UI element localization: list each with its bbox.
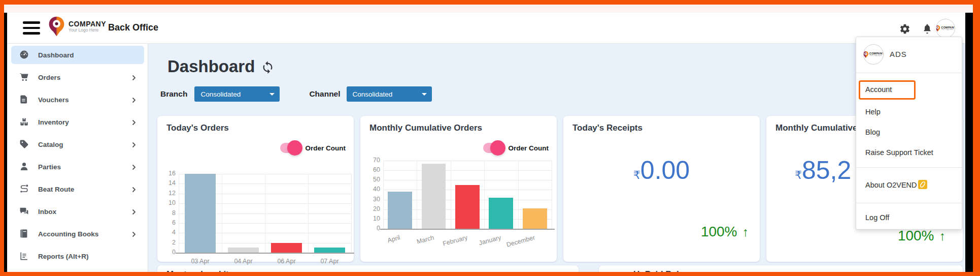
about-badge-icon [918,180,927,191]
monthly-orders-bar-chart: 010203040506070AprilMarchFebruaryJanuary… [360,116,557,262]
app-title: Back Office [108,22,158,33]
sidebar-item-catalog[interactable]: Catalog [11,135,144,154]
card-title: Monthly Cumulative [775,123,858,133]
card-title: Today's Receipts [572,123,643,133]
menu-item-about-o2vend[interactable]: About O2VEND [865,180,927,191]
top-strip [4,5,973,13]
sidebar-item-inventory[interactable]: Inventory [11,113,144,131]
caret-down-icon [269,93,275,96]
y-axis-tick-label: 2 [161,239,176,246]
x-axis-tick-label: 07 Apr [308,258,351,265]
x-axis-line [176,253,354,254]
gridline [383,161,384,229]
gridline [383,161,552,161]
menu-item-log-off[interactable]: Log Off [865,213,889,222]
gridline [222,174,222,253]
chart-bar [314,248,345,253]
app-window: COMPANY Your Logo Here Back Office COMPA… [4,5,973,272]
chevron-right-icon [131,96,137,105]
sidebar-item-reports[interactable]: Reports (Alt+R) [11,247,144,265]
screenshot-frame: COMPANY Your Logo Here Back Office COMPA… [0,0,980,276]
right-edge-bar [965,13,973,272]
brand-tagline: Your Logo Here [69,28,106,33]
sidebar-item-dashboard[interactable]: Dashboard [11,46,144,64]
menu-divider [856,167,962,168]
sidebar-item-label: Vouchers [38,96,69,104]
brand-name: COMPANY [69,20,106,28]
y-axis-tick-label: 6 [161,219,176,226]
rupee-symbol: ₹ [633,169,640,181]
chevron-right-icon [131,230,137,239]
gridline [308,174,309,253]
channel-label: Channel [309,89,340,99]
trend-up-arrow-icon: ↑ [742,225,749,239]
y-axis-tick-label: 16 [161,170,176,177]
menu-divider [856,73,962,73]
gridline [383,180,552,180]
cart-icon [19,72,29,82]
y-axis-tick-label: 70 [366,157,380,164]
sidebar-item-vouchers[interactable]: Vouchers [11,90,144,109]
hamburger-menu-icon[interactable] [23,21,40,35]
card-title: UnPaid Balance [633,269,699,272]
branch-select[interactable]: Consolidated [194,86,280,102]
sidebar-item-parties[interactable]: Parties [11,158,144,176]
x-axis-tick-label: 03 Apr [179,258,222,265]
chevron-right-icon [131,163,137,172]
inventory-boxes-icon [19,117,29,127]
rupee-symbol: ₹ [795,169,802,181]
branch-label: Branch [160,89,187,99]
user-avatar[interactable]: COMPANYYour Logo Here [936,19,955,38]
settings-gear-icon[interactable] [899,23,910,37]
trend-up-arrow-icon: ↑ [939,229,946,243]
refresh-icon[interactable] [261,60,275,76]
header: COMPANY Your Logo Here Back Office COMPA… [7,13,965,44]
card-unpaid-balance: UnPaid Balance [599,265,963,272]
sidebar-item-label: Reports (Alt+R) [38,253,88,260]
sidebar-item-beat-route[interactable]: Beat Route [11,180,144,198]
sidebar-item-accounting-books[interactable]: Accounting Books [11,225,144,243]
y-axis-tick-label: 0 [366,225,380,232]
card-todays-receipts: Today's Receipts ₹0.00 100%↑ [563,116,760,262]
chart-bar [185,174,216,253]
main-content: Dashboard Branch Consolidated Channel Co… [148,44,965,272]
caret-down-icon [422,93,427,96]
sidebar-item-orders[interactable]: Orders [11,68,144,86]
x-axis-tick-label: March [397,234,434,250]
y-axis-tick-label: 4 [161,229,176,236]
menu-item-raise-support-ticket[interactable]: Raise Support Ticket [865,148,933,157]
todays-orders-bar-chart: 024681012141603 Apr04 Apr06 Apr07 Apr [157,116,354,262]
y-axis-tick-label: 50 [366,176,380,183]
receipts-amount: ₹0.00 [563,156,760,185]
gridline [518,161,519,229]
book-icon [19,229,29,238]
notifications-bell-icon[interactable] [922,23,933,37]
sidebar-item-inbox[interactable]: Inbox [11,202,144,221]
y-axis-tick-label: 60 [366,166,380,173]
logo-pin-icon [48,15,65,38]
gridline [351,174,352,253]
chart-bar [422,164,446,229]
menu-item-help[interactable]: Help [865,108,881,116]
voucher-file-icon [19,95,29,104]
sidebar: Dashboard Orders Vouchers Inventory Cata… [7,44,148,272]
y-axis-tick-label: 14 [161,179,176,187]
x-axis-tick-label: 04 Apr [222,258,265,265]
x-axis-tick-label: April [364,234,401,250]
sidebar-item-label: Dashboard [38,51,74,59]
x-axis-tick-label: February [431,234,468,250]
chart-bar [523,208,547,229]
x-axis-tick-label: 06 Apr [265,258,308,265]
y-axis-tick-label: 0 [161,249,176,256]
change-percent: 100%↑ [898,228,945,244]
channel-select[interactable]: Consolidated [347,86,432,102]
y-axis-tick-label: 40 [366,186,380,193]
y-axis-tick-label: 12 [161,190,176,197]
chart-bar [455,185,480,229]
sidebar-item-label: Inventory [38,118,69,126]
dashboard-icon [19,50,29,59]
chat-bubbles-icon [19,206,29,216]
branch-select-value: Consolidated [200,90,241,98]
menu-item-blog[interactable]: Blog [865,128,880,136]
sidebar-item-label: Orders [38,74,60,81]
